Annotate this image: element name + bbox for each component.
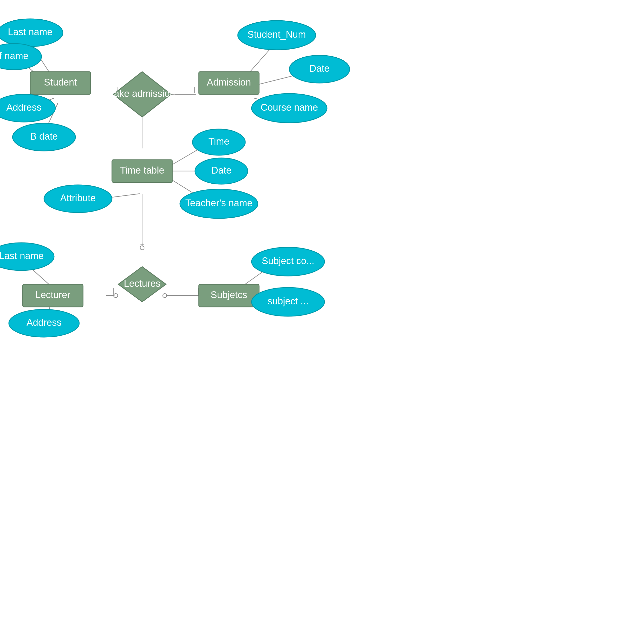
attr-student-num-label: Student_Num [248,29,306,40]
attr-last-name-student-label: Last name [8,27,52,37]
attr-subject-code-label: Subject co... [262,256,314,266]
entity-timetable-label: Time table [120,165,164,176]
svg-text:|: | [113,287,114,295]
attr-address-student-label: Address [6,102,41,113]
entity-lecturer-label: Lecturer [35,290,70,300]
attr-course-name-label: Course name [261,102,318,113]
attr-time-timetable-label: Time [208,136,229,147]
attr-bdate-student-label: B date [30,131,58,142]
attr-attribute-label: Attribute [60,193,96,203]
relation-take-admission-label: Take admission [109,88,175,99]
attr-teachers-name-label: Teacher's name [185,198,252,208]
attr-last-name-lecturer-label: Last name [0,251,44,261]
attr-date-admission-label: Date [309,63,330,74]
entity-admission-label: Admission [207,77,251,88]
relation-lectures-label: Lectures [124,278,160,289]
attr-address-lecturer-label: Address [26,317,61,328]
entity-student-label: Student [44,77,77,88]
attr-date-timetable-label: Date [211,165,231,176]
svg-text:|: | [194,86,195,93]
er-diagram: | | + + | | Student Admission Time table… [0,0,644,644]
entity-subjetcs-label: Subjetcs [211,290,247,300]
attr-fname-student-label: f name [0,51,28,61]
attr-subject-name-label: subject ... [268,296,309,306]
